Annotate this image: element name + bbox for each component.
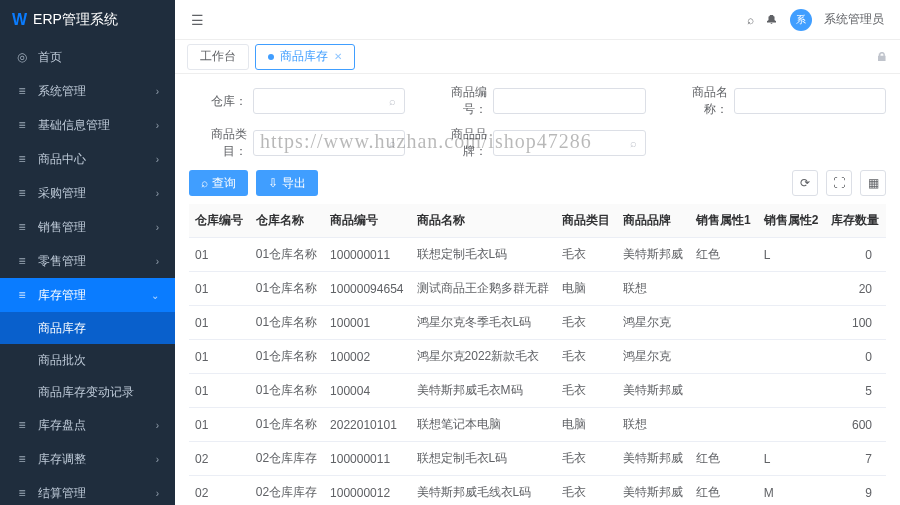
cell: 美特斯邦威 (617, 476, 690, 506)
menu-label: 零售管理 (38, 253, 86, 270)
sidebar-item[interactable]: ≡销售管理› (0, 210, 175, 244)
menu-label: 库存调整 (38, 451, 86, 468)
cell: 毛衣 (556, 340, 617, 374)
sidebar-item[interactable]: ≡库存管理⌄ (0, 278, 175, 312)
menu-label: 结算管理 (38, 485, 86, 502)
sidebar-subitem[interactable]: 商品库存 (0, 312, 175, 344)
cell: 美特斯邦威 (617, 238, 690, 272)
table-row[interactable]: 0101仓库名称10000094654测试商品王企鹅多群无群电脑联想20 (189, 272, 886, 306)
cell: 9 (825, 476, 886, 506)
cell (758, 340, 826, 374)
sidebar-item[interactable]: ≡基础信息管理› (0, 108, 175, 142)
menu-collapse-icon[interactable]: ☰ (191, 12, 204, 28)
cell: 01 (189, 408, 250, 442)
column-header[interactable]: 商品名称 (411, 204, 557, 238)
brand-input[interactable]: ⌕ (493, 130, 645, 156)
search-icon[interactable]: ⌕ (389, 95, 396, 107)
table-row[interactable]: 0202仓库库存100000012美特斯邦威毛线衣L码毛衣美特斯邦威红色M9 (189, 476, 886, 506)
search-icon: ⌕ (201, 176, 208, 190)
active-dot-icon (268, 54, 274, 60)
cell: 测试商品王企鹅多群无群 (411, 272, 557, 306)
tab[interactable]: 商品库存✕ (255, 44, 355, 70)
cell: 美特斯邦威毛线衣L码 (411, 476, 557, 506)
sidebar-item[interactable]: ≡商品中心› (0, 142, 175, 176)
cell: 毛衣 (556, 442, 617, 476)
cell: 01仓库名称 (250, 238, 324, 272)
sidebar-item[interactable]: ≡零售管理› (0, 244, 175, 278)
column-header[interactable]: 销售属性2 (758, 204, 826, 238)
cell: 100000011 (324, 442, 411, 476)
refresh-icon[interactable]: ⟳ (792, 170, 818, 196)
tab[interactable]: 工作台 (187, 44, 249, 70)
search-icon[interactable]: ⌕ (747, 13, 754, 27)
column-header[interactable]: 销售属性1 (690, 204, 758, 238)
cell (690, 408, 758, 442)
menu-label: 销售管理 (38, 219, 86, 236)
download-icon: ⇩ (268, 176, 278, 190)
warehouse-input[interactable]: ⌕ (253, 88, 405, 114)
cell (758, 306, 826, 340)
cell: 红色 (690, 476, 758, 506)
chevron-right-icon: › (156, 188, 159, 199)
menu-icon: ≡ (16, 288, 28, 302)
sku-name-input[interactable] (734, 88, 886, 114)
sidebar-item[interactable]: ≡采购管理› (0, 176, 175, 210)
sku-code-input[interactable] (493, 88, 645, 114)
column-header[interactable]: 库存数量 (825, 204, 886, 238)
grid-icon[interactable]: ▦ (860, 170, 886, 196)
chevron-right-icon: › (156, 420, 159, 431)
table-row[interactable]: 0202仓库库存100000011联想定制毛衣L码毛衣美特斯邦威红色L7 (189, 442, 886, 476)
menu-label: 系统管理 (38, 83, 86, 100)
cell: 美特斯邦威毛衣M码 (411, 374, 557, 408)
cell: 100004 (324, 374, 411, 408)
user-name[interactable]: 系统管理员 (824, 11, 884, 28)
search-icon[interactable]: ⌕ (389, 137, 396, 149)
search-icon[interactable]: ⌕ (630, 137, 637, 149)
tab-bar: 工作台商品库存✕🔒︎ (175, 40, 900, 74)
column-header[interactable]: 商品品牌 (617, 204, 690, 238)
menu-icon: ≡ (16, 118, 28, 132)
menu-icon: ≡ (16, 84, 28, 98)
table-row[interactable]: 0101仓库名称100004美特斯邦威毛衣M码毛衣美特斯邦威5 (189, 374, 886, 408)
sidebar-subitem[interactable]: 商品批次 (0, 344, 175, 376)
cell: 01仓库名称 (250, 272, 324, 306)
fullscreen-icon[interactable]: ⛶ (826, 170, 852, 196)
menu-icon: ≡ (16, 220, 28, 234)
sidebar-item[interactable]: ≡库存盘点› (0, 408, 175, 442)
sidebar-subitem[interactable]: 商品库存变动记录 (0, 376, 175, 408)
cell: 联想笔记本电脑 (411, 408, 557, 442)
column-header[interactable]: 商品编号 (324, 204, 411, 238)
sidebar-item[interactable]: ≡结算管理› (0, 476, 175, 505)
sidebar-item[interactable]: ≡系统管理› (0, 74, 175, 108)
avatar[interactable]: 系 (790, 9, 812, 31)
cell: 01 (189, 272, 250, 306)
close-icon[interactable]: ✕ (334, 51, 342, 62)
table-row[interactable]: 0101仓库名称2022010101联想笔记本电脑电脑联想600 (189, 408, 886, 442)
sidebar-item[interactable]: ≡库存调整› (0, 442, 175, 476)
table-row[interactable]: 0101仓库名称100002鸿星尔克2022新款毛衣毛衣鸿星尔克0 (189, 340, 886, 374)
cell: 01仓库名称 (250, 306, 324, 340)
menu-label: 采购管理 (38, 185, 86, 202)
column-header[interactable]: 仓库名称 (250, 204, 324, 238)
data-table: 仓库编号仓库名称商品编号商品名称商品类目商品品牌销售属性1销售属性2库存数量 0… (189, 204, 886, 505)
cell (690, 374, 758, 408)
search-button[interactable]: ⌕查询 (189, 170, 248, 196)
bell-icon[interactable]: 🔔︎ (766, 13, 778, 27)
filter-form: 仓库：⌕ 商品编号： 商品名称： 商品类目：⌕ 商品品牌：⌕ (189, 84, 886, 160)
menu-label: 库存盘点 (38, 417, 86, 434)
table-row[interactable]: 0101仓库名称100000011联想定制毛衣L码毛衣美特斯邦威红色L0 (189, 238, 886, 272)
menu-label: 商品中心 (38, 151, 86, 168)
column-header[interactable]: 仓库编号 (189, 204, 250, 238)
table-header-row: 仓库编号仓库名称商品编号商品名称商品类目商品品牌销售属性1销售属性2库存数量 (189, 204, 886, 238)
cell: 毛衣 (556, 374, 617, 408)
table-body: 0101仓库名称100000011联想定制毛衣L码毛衣美特斯邦威红色L00101… (189, 238, 886, 506)
export-button[interactable]: ⇩导出 (256, 170, 318, 196)
category-input[interactable]: ⌕ (253, 130, 405, 156)
cell (758, 408, 826, 442)
menu-icon: ≡ (16, 152, 28, 166)
lock-icon[interactable]: 🔒︎ (876, 50, 888, 64)
table-row[interactable]: 0101仓库名称100001鸿星尔克冬季毛衣L码毛衣鸿星尔克100 (189, 306, 886, 340)
column-header[interactable]: 商品类目 (556, 204, 617, 238)
sidebar-item[interactable]: ◎首页 (0, 40, 175, 74)
menu-icon: ≡ (16, 486, 28, 500)
